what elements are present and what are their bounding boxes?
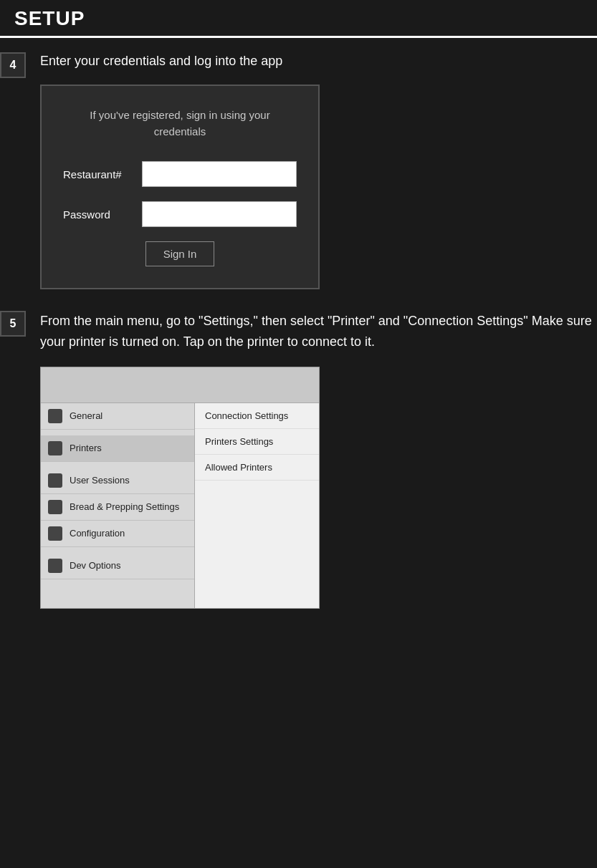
step-5-number: 5	[0, 311, 26, 337]
step-4-content: Enter your credentials and log into the …	[40, 52, 597, 289]
step-5-row: 5 From the main menu, go to "Settings," …	[0, 311, 597, 609]
password-form-row: Password	[63, 201, 297, 227]
step-4-row: 4 Enter your credentials and log into th…	[0, 52, 597, 289]
sidebar-spacer-4	[41, 579, 194, 608]
restaurant-form-row: Restaurant#	[63, 161, 297, 187]
sidebar-item-printers-label: Printers	[70, 443, 102, 453]
step-5-description: From the main menu, go to "Settings," th…	[40, 311, 597, 352]
general-icon	[48, 409, 62, 423]
password-label: Password	[63, 208, 142, 221]
settings-sidebar: General Printers User Sessions	[41, 403, 195, 608]
allowed-printers-item[interactable]: Allowed Printers	[195, 455, 319, 481]
user-sessions-icon	[48, 473, 62, 488]
settings-main: Connection Settings Printers Settings Al…	[195, 403, 319, 608]
sidebar-item-user-sessions[interactable]: User Sessions	[41, 468, 194, 494]
password-input[interactable]	[142, 201, 297, 227]
sidebar-item-printers[interactable]: Printers	[41, 435, 194, 462]
sidebar-spacer-2	[41, 462, 194, 468]
bread-prepping-icon	[48, 500, 62, 514]
restaurant-label: Restaurant#	[63, 168, 142, 180]
sidebar-spacer-1	[41, 430, 194, 435]
settings-ui-mockup: General Printers User Sessions	[40, 367, 320, 609]
sidebar-spacer-3	[41, 547, 194, 553]
sign-in-button[interactable]: Sign In	[145, 241, 215, 266]
step-4-number: 4	[0, 52, 26, 78]
connection-settings-item[interactable]: Connection Settings	[195, 403, 319, 429]
printers-icon	[48, 441, 62, 455]
login-card: If you've registered, sign in using your…	[40, 85, 320, 289]
settings-body: General Printers User Sessions	[41, 403, 319, 608]
restaurant-input[interactable]	[142, 161, 297, 187]
login-card-subtitle: If you've registered, sign in using your…	[63, 107, 297, 140]
sidebar-item-configuration-label: Configuration	[70, 528, 125, 539]
sidebar-item-user-sessions-label: User Sessions	[70, 475, 130, 486]
dev-options-icon	[48, 559, 62, 573]
sidebar-item-dev-options[interactable]: Dev Options	[41, 553, 194, 579]
printers-settings-item[interactable]: Printers Settings	[195, 429, 319, 455]
content: 4 Enter your credentials and log into th…	[0, 38, 597, 645]
step-5-content: From the main menu, go to "Settings," th…	[40, 311, 597, 609]
sign-in-btn-row: Sign In	[63, 241, 297, 266]
header: SETUP	[0, 0, 597, 38]
configuration-icon	[48, 526, 62, 541]
step-4-description: Enter your credentials and log into the …	[40, 52, 597, 70]
sidebar-item-dev-options-label: Dev Options	[70, 560, 121, 571]
sidebar-item-bread-prepping-label: Bread & Prepping Settings	[70, 501, 179, 512]
sidebar-item-configuration[interactable]: Configuration	[41, 521, 194, 547]
header-title: SETUP	[14, 7, 85, 29]
sidebar-item-general[interactable]: General	[41, 403, 194, 430]
sidebar-item-general-label: General	[70, 410, 102, 421]
settings-top-bar	[41, 367, 319, 403]
sidebar-item-bread-prepping[interactable]: Bread & Prepping Settings	[41, 494, 194, 521]
